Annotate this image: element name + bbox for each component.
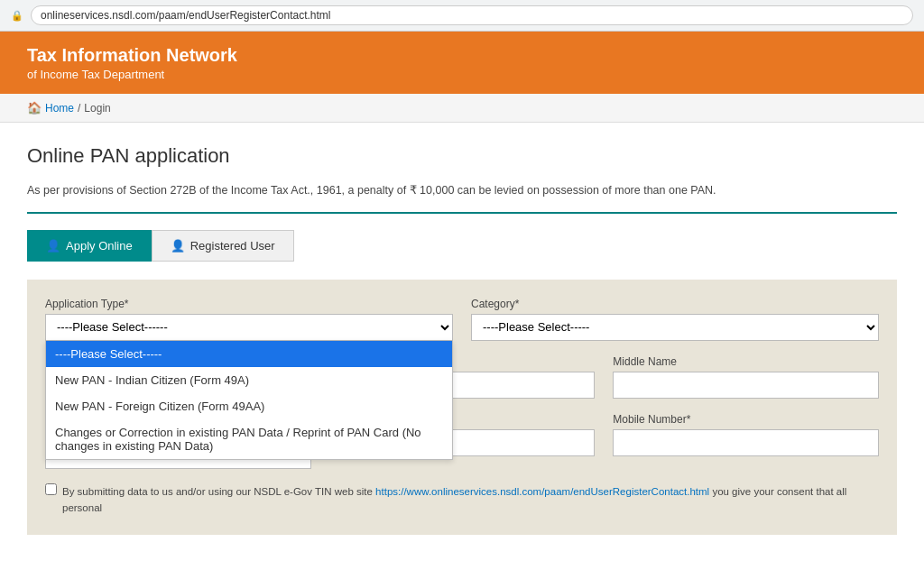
tab-bar: 👤 Apply Online 👤 Registered User (27, 230, 897, 262)
header-title: Tax Information Network (27, 44, 897, 66)
tab-apply-online[interactable]: 👤 Apply Online (27, 230, 152, 262)
lock-icon: 🔒 (11, 10, 23, 22)
breadcrumb-separator: / (78, 102, 80, 115)
browser-bar: 🔒 onlineservices.nsdl.com/paam/endUserRe… (0, 0, 924, 32)
dropdown-option-correction[interactable]: Changes or Correction in existing PAN Da… (46, 419, 452, 459)
form-area: Application Type* ----Please Select-----… (27, 280, 897, 535)
section-divider (27, 212, 897, 214)
mobile-input[interactable] (613, 429, 879, 456)
application-type-group: Application Type* ----Please Select-----… (45, 298, 453, 341)
pan-notice: As per provisions of Section 272B of the… (27, 182, 897, 199)
form-row-type-category: Application Type* ----Please Select-----… (45, 298, 879, 341)
site-header: Tax Information Network of Income Tax De… (0, 32, 924, 94)
category-label: Category* (471, 298, 879, 310)
tab-registered-user[interactable]: 👤 Registered User (152, 230, 294, 262)
mobile-label: Mobile Number* (613, 413, 879, 426)
main-content: Online PAN application As per provisions… (0, 123, 924, 553)
tab-apply-online-label: Apply Online (66, 239, 133, 253)
application-type-dropdown-container: ----Please Select------ New PAN - Indian… (45, 314, 453, 341)
consent-link[interactable]: https://www.onlineservices.nsdl.com/paam… (375, 486, 709, 497)
consent-checkbox[interactable] (45, 483, 57, 495)
dropdown-option-49aa[interactable]: New PAN - Foreign Citizen (Form 49AA) (46, 393, 452, 419)
dropdown-options: ----Please Select----- New PAN - Indian … (45, 341, 453, 460)
url-bar[interactable]: onlineservices.nsdl.com/paam/endUserRegi… (31, 5, 913, 25)
home-icon: 🏠 (27, 101, 42, 115)
category-group: Category* ----Please Select----- (471, 298, 879, 341)
category-select[interactable]: ----Please Select----- (471, 314, 879, 341)
tab-registered-user-label: Registered User (190, 239, 275, 253)
dropdown-option-placeholder[interactable]: ----Please Select----- (46, 341, 452, 367)
breadcrumb-current: Login (84, 102, 110, 115)
mobile-group: Mobile Number* (613, 413, 879, 469)
middle-name-input[interactable] (613, 372, 879, 399)
page-title: Online PAN application (27, 144, 897, 168)
middle-name-label: Middle Name (613, 355, 879, 368)
consent-text-before: By submitting data to us and/or using ou… (62, 483, 879, 517)
application-type-label: Application Type* (45, 298, 453, 310)
application-type-select[interactable]: ----Please Select------ New PAN - Indian… (45, 314, 453, 341)
breadcrumb-home[interactable]: Home (45, 102, 74, 115)
consent-row: By submitting data to us and/or using ou… (45, 483, 879, 517)
dropdown-option-49a[interactable]: New PAN - Indian Citizen (Form 49A) (46, 367, 452, 393)
breadcrumb: 🏠 Home / Login (0, 94, 924, 123)
header-subtitle: of Income Tax Department (27, 68, 897, 81)
middle-name-group: Middle Name (613, 355, 879, 399)
registered-user-icon: 👤 (171, 239, 185, 253)
apply-online-icon: 👤 (46, 239, 60, 253)
